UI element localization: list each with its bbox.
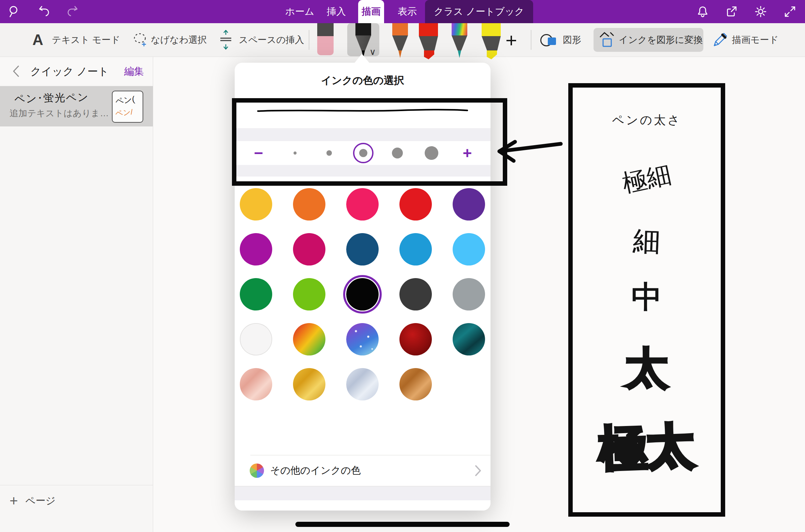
handwriting-fine: 細 [572,221,721,262]
notifications-bell-icon[interactable] [696,5,709,18]
shapes-icon [540,33,558,47]
thumbnail-ink-black: ペン( [115,94,135,107]
shapes-button[interactable]: 図形 [563,34,581,46]
plus-icon: + [10,493,18,509]
search-icon[interactable] [8,5,21,18]
swatch-orange[interactable] [293,188,325,221]
swatch-galaxy[interactable] [346,323,379,355]
swatch-pink[interactable] [346,188,379,221]
popup-title: インクの色の選択 [235,74,491,88]
marker-red-tool[interactable] [419,23,438,59]
pen-rainbow-tool[interactable] [452,23,467,58]
color-wheel-icon [250,463,264,478]
swatch-blue[interactable] [399,233,432,265]
chevron-right-icon [474,465,482,477]
tab-draw[interactable]: 描画 [358,0,384,23]
pen-thickness-title: ペンの太さ [573,112,721,128]
stroke-thickness-preview [255,104,470,117]
thumbnail-ink-orange: ペン/ [115,107,133,119]
ink-to-shape-icon [599,32,615,48]
more-ink-colors-row[interactable]: その他のインクの色 [235,455,491,486]
fullscreen-expand-icon[interactable] [783,5,797,18]
swatch-yellow[interactable] [240,188,272,221]
page-list-item-selected[interactable]: ペン･蛍光ペン 追加テキストはありま… ペン( ペン/ [0,86,153,126]
add-page-label: ページ [26,494,56,508]
pen-orange-tool[interactable] [392,23,408,58]
swatch-white[interactable] [240,323,272,355]
tab-insert[interactable]: 挿入 [323,0,349,23]
size-picker-row: − + [235,141,491,165]
arrow-annotation [494,135,564,166]
swatch-rose-gold[interactable] [240,368,272,400]
page-thumbnail: ペン( ペン/ [112,91,143,123]
handwriting-medium: 中 [573,276,721,318]
undo-icon[interactable] [38,5,51,18]
insert-space-icon [218,30,233,50]
page-title: ペン･蛍光ペン [14,90,89,106]
insert-space-button[interactable]: スペースの挿入 [239,34,304,46]
add-pen-button[interactable]: + [506,29,517,51]
chevron-down-icon[interactable]: ∨ [369,47,376,56]
divider-band [235,486,491,500]
lasso-select-icon [132,31,147,48]
swatch-green[interactable] [240,278,272,310]
swatch-red[interactable] [399,188,432,221]
swatch-ocean[interactable] [453,323,485,355]
pen-thickness-demo-box: ペンの太さ 極細 細 中 太 極太 [568,83,725,517]
swatch-red-marble[interactable] [399,323,432,355]
page-snippet: 追加テキストはありま… [10,107,109,119]
swatch-gold[interactable] [293,368,325,400]
swatch-rainbow-glitter[interactable] [293,323,325,355]
toolbar-divider [309,30,309,50]
handwriting-extra-thick: 極太 [572,413,722,483]
draw-toolbar: A テキスト モード なげなわ選択 スペースの挿入 ∨ [0,23,805,57]
settings-gear-icon[interactable] [754,5,767,18]
more-ink-colors-label: その他のインクの色 [270,455,361,486]
popup-bottom [235,500,491,511]
swatch-light-blue[interactable] [453,233,485,265]
size-increase-button[interactable]: + [463,144,472,162]
size-dot-1[interactable] [294,152,297,155]
ink-color-popup: インクの色の選択 − + [235,63,491,511]
swatch-raspberry[interactable] [293,233,325,265]
pen-black-tool-selected[interactable]: ∨ [347,23,379,56]
ink-to-shape-button[interactable]: インクを図形に変換 [594,28,703,52]
swatch-purple[interactable] [453,188,485,221]
swatch-silver[interactable] [346,368,379,400]
tab-view[interactable]: 表示 [394,0,420,23]
size-dot-4[interactable] [392,148,403,158]
lasso-select-button[interactable]: なげなわ選択 [151,34,207,46]
sidebar-header: クイック ノート 編集 [0,57,153,86]
swatch-bronze[interactable] [399,368,432,400]
draw-mode-button[interactable]: 描画モード [732,34,778,46]
onenote-draw-screen: ホーム 挿入 描画 表示 クラス ノートブック A テキスト モード なげなわ選… [0,0,805,532]
handwriting-extra-fine: 極細 [571,148,722,210]
size-dot-2[interactable] [326,150,332,156]
swatch-dark-gray[interactable] [399,278,432,310]
tab-home[interactable]: ホーム [282,0,318,23]
page-list-sidebar: クイック ノート 編集 ペン･蛍光ペン 追加テキストはありま… ペン( ペン/ … [0,57,153,532]
highlighter-yellow-tool[interactable] [482,23,501,59]
redo-icon[interactable] [65,5,79,18]
swatch-light-green[interactable] [293,278,325,310]
size-decrease-button[interactable]: − [254,144,263,162]
eraser-tool[interactable] [317,23,334,55]
swatch-magenta[interactable] [240,233,272,265]
text-mode-button[interactable]: テキスト モード [52,34,120,46]
swatch-gray[interactable] [453,278,485,310]
swatch-black-selected[interactable] [346,278,379,310]
pencil-icon [712,32,728,48]
size-dot-5[interactable] [425,146,438,160]
home-indicator[interactable] [295,522,510,527]
handwriting-thick: 太 [573,339,721,398]
edit-button[interactable]: 編集 [124,57,144,86]
tab-class-notebook[interactable]: クラス ノートブック [425,0,533,23]
share-icon[interactable] [724,5,738,18]
ink-to-shape-label: インクを図形に変換 [619,34,703,46]
top-app-bar: ホーム 挿入 描画 表示 クラス ノートブック [0,0,805,23]
color-swatch-grid [240,188,485,400]
back-button[interactable] [12,65,20,77]
swatch-dark-blue[interactable] [346,233,379,265]
divider-band [235,165,491,177]
add-page-button[interactable]: + ページ [10,493,56,509]
